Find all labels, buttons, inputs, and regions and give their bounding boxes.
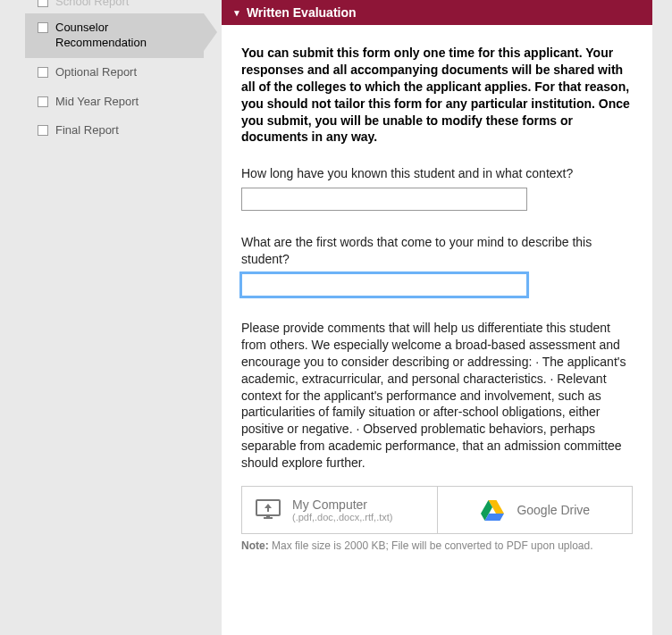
sidebar-item-optional-report[interactable]: Optional Report (25, 58, 204, 88)
upload-note: Note: Max file size is 2000 KB; File wil… (241, 539, 633, 554)
google-drive-icon (479, 497, 506, 522)
sidebar-item-counselor-recommendation[interactable]: Counselor Recommendation (25, 13, 204, 58)
sidebar-item-final-report[interactable]: Final Report (25, 116, 204, 146)
monitor-upload-icon (255, 497, 281, 522)
sidebar-item-label: Final Report (55, 123, 119, 138)
question-1-input[interactable] (241, 188, 527, 211)
note-text: Max file size is 2000 KB; File will be c… (269, 539, 593, 552)
question-2-input[interactable] (241, 273, 527, 297)
section-header[interactable]: ▼ Written Evaluation (222, 0, 652, 25)
checkbox-icon (38, 0, 48, 7)
upload-google-drive-button[interactable]: Google Drive (437, 487, 633, 533)
upload-computer-types: (.pdf,.doc,.docx,.rtf,.txt) (292, 512, 392, 522)
collapse-icon: ▼ (232, 8, 241, 18)
content-gap (204, 0, 222, 635)
note-prefix: Note: (241, 539, 269, 552)
upload-row: My Computer (.pdf,.doc,.docx,.rtf,.txt) … (241, 486, 633, 534)
upload-computer-label: My Computer (292, 497, 392, 512)
section-title: Written Evaluation (247, 5, 357, 20)
question-1-label: How long have you known this student and… (241, 165, 633, 182)
sidebar-item-label: School Report (55, 0, 129, 10)
sidebar-item-label: Optional Report (55, 65, 137, 80)
sidebar-item-label: Mid Year Report (55, 95, 139, 110)
upload-my-computer-button[interactable]: My Computer (.pdf,.doc,.docx,.rtf,.txt) (242, 487, 437, 533)
left-gutter (0, 0, 25, 635)
question-2-label: What are the first words that come to yo… (241, 234, 633, 268)
upload-drive-label: Google Drive (517, 503, 590, 517)
sidebar-item-mid-year-report[interactable]: Mid Year Report (25, 88, 204, 117)
content-panel: ▼ Written Evaluation You can submit this… (222, 0, 652, 635)
checkbox-icon (38, 96, 48, 107)
checkbox-icon (38, 125, 48, 136)
svg-rect-2 (266, 515, 270, 518)
sidebar-item-label: Counselor Recommendation (55, 21, 195, 51)
right-gutter (652, 0, 672, 635)
upload-label-wrap: My Computer (.pdf,.doc,.docx,.rtf,.txt) (292, 497, 392, 522)
form-body: You can submit this form only one time f… (222, 25, 652, 563)
intro-text: You can submit this form only one time f… (241, 45, 633, 146)
app-root: School Report Counselor Recommendation O… (0, 0, 672, 635)
checkbox-icon (38, 22, 48, 33)
sidebar: School Report Counselor Recommendation O… (25, 0, 204, 635)
checkbox-icon (38, 67, 48, 78)
question-3-label: Please provide comments that will help u… (241, 320, 633, 472)
sidebar-item-school-report[interactable]: School Report (25, 0, 204, 13)
